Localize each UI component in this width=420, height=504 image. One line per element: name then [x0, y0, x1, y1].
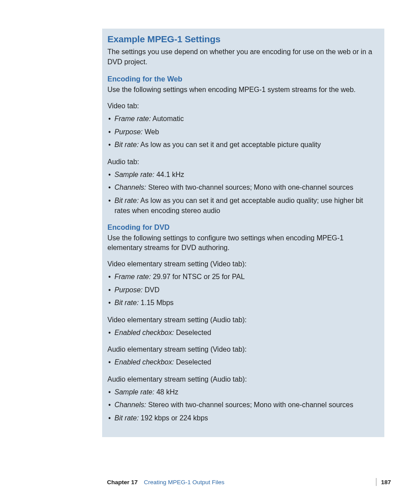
dvd-aes-video-list: Enabled checkbox: Deselected — [107, 357, 379, 368]
list-item: Bit rate: As low as you can set it and g… — [107, 140, 379, 150]
list-item: Bit rate: As low as you can set it and g… — [107, 196, 379, 216]
dvd-ves-video-label: Video elementary stream setting (Video t… — [107, 259, 379, 269]
list-item: Frame rate: 29.97 for NTSC or 25 for PAL — [107, 272, 379, 282]
page-footer: Chapter 17 Creating MPEG-1 Output Files … — [107, 478, 391, 486]
item-label: Frame rate: — [114, 273, 151, 280]
item-value: 192 kbps or 224 kbps — [139, 414, 208, 422]
item-label: Bit rate: — [114, 141, 139, 148]
chapter-title: Creating MPEG-1 Output Files — [144, 479, 225, 486]
callout-box: Example MPEG-1 Settings The settings you… — [102, 29, 384, 437]
item-value: Automatic — [151, 115, 184, 122]
list-item: Enabled checkbox: Deselected — [107, 357, 379, 368]
dvd-aes-video-label: Audio elementary stream setting (Video t… — [107, 345, 379, 355]
list-item: Sample rate: 48 kHz — [107, 387, 379, 397]
list-item: Channels: Stereo with two-channel source… — [107, 183, 379, 193]
item-value: DVD — [143, 286, 159, 294]
dvd-ves-audio-list: Enabled checkbox: Deselected — [107, 328, 379, 338]
item-label: Sample rate: — [114, 388, 155, 396]
item-value: Web — [143, 128, 159, 136]
item-value: As low as you can set it and get accepta… — [114, 197, 363, 214]
list-item: Bit rate: 1.15 Mbps — [107, 298, 379, 308]
dvd-aes-audio-label: Audio elementary stream setting (Audio t… — [107, 375, 379, 385]
list-item: Sample rate: 44.1 kHz — [107, 170, 379, 180]
item-label: Channels: — [114, 401, 146, 408]
item-label: Frame rate: — [114, 115, 151, 122]
item-label: Purpose: — [114, 286, 143, 294]
web-audio-tab-label: Audio tab: — [107, 157, 379, 167]
footer-divider — [376, 478, 376, 486]
subsection-heading-web: Encoding for the Web — [107, 75, 379, 83]
page-number: 187 — [381, 479, 391, 486]
dvd-lead-paragraph: Use the following settings to configure … — [107, 233, 379, 253]
list-item: Frame rate: Automatic — [107, 114, 379, 124]
web-lead-paragraph: Use the following settings when encoding… — [107, 85, 379, 95]
item-value: Stereo with two-channel sources; Mono wi… — [146, 184, 353, 191]
item-label: Bit rate: — [114, 414, 139, 422]
list-item: Purpose: DVD — [107, 285, 379, 295]
dvd-ves-audio-label: Video elementary stream setting (Audio t… — [107, 315, 379, 325]
web-audio-settings-list: Sample rate: 44.1 kHz Channels: Stereo w… — [107, 170, 379, 216]
item-label: Sample rate: — [114, 171, 155, 178]
item-value: 1.15 Mbps — [139, 299, 173, 306]
item-label: Enabled checkbox: — [114, 329, 174, 336]
item-label: Bit rate: — [114, 299, 139, 306]
list-item: Purpose: Web — [107, 127, 379, 137]
web-video-settings-list: Frame rate: Automatic Purpose: Web Bit r… — [107, 114, 379, 150]
web-video-tab-label: Video tab: — [107, 101, 379, 111]
dvd-aes-audio-list: Sample rate: 48 kHz Channels: Stereo wit… — [107, 387, 379, 423]
item-value: Stereo with two-channel sources; Mono wi… — [146, 401, 353, 408]
section-title: Example MPEG-1 Settings — [107, 34, 379, 44]
item-value: 44.1 kHz — [155, 171, 184, 178]
chapter-label: Chapter 17 — [107, 479, 138, 486]
item-value: 29.97 for NTSC or 25 for PAL — [151, 273, 245, 280]
item-label: Channels: — [114, 184, 146, 191]
item-label: Bit rate: — [114, 197, 139, 204]
list-item: Bit rate: 192 kbps or 224 kbps — [107, 413, 379, 423]
item-value: Deselected — [174, 329, 211, 336]
item-label: Purpose: — [114, 128, 143, 136]
item-label: Enabled checkbox: — [114, 358, 174, 366]
subsection-heading-dvd: Encoding for DVD — [107, 223, 379, 232]
item-value: As low as you can set it and get accepta… — [139, 141, 321, 148]
item-value: Deselected — [174, 358, 211, 366]
item-value: 48 kHz — [155, 388, 178, 396]
intro-paragraph: The settings you use depend on whether y… — [107, 47, 379, 67]
list-item: Enabled checkbox: Deselected — [107, 328, 379, 338]
dvd-ves-video-list: Frame rate: 29.97 for NTSC or 25 for PAL… — [107, 272, 379, 308]
list-item: Channels: Stereo with two-channel source… — [107, 400, 379, 410]
